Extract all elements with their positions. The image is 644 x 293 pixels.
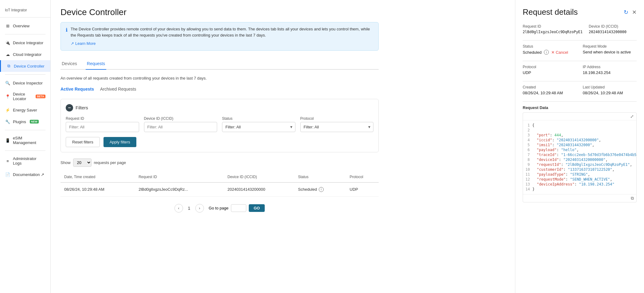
filter-protocol: Protocol Filter: All (300, 116, 374, 132)
prev-page-button[interactable]: ‹ (174, 204, 183, 213)
row-date: 08/26/24, 10:29:48 AM (60, 182, 135, 197)
sub-tab-active-requests[interactable]: Active Requests (60, 87, 94, 93)
apply-filters-button[interactable]: Apply filters (103, 137, 136, 147)
sidebar-item-device-integrator[interactable]: 🔌 Device Integrator (0, 37, 50, 49)
filters-toggle-btn[interactable]: − (66, 104, 73, 111)
sidebar-item-cloud-integrator[interactable]: ☁ Cloud Integrator (0, 49, 50, 60)
per-page-select[interactable]: 20 50 100 (73, 158, 92, 167)
refresh-button[interactable]: ↻ (624, 9, 628, 16)
request-id-label: Request ID (523, 24, 583, 29)
sidebar: IoT Integrator ⊞ Overview 🔌 Device Integ… (0, 0, 51, 293)
last-updated-label: Last Updated (583, 85, 637, 89)
right-panel: Request details ↻ ✕ Request ID 2lBd0glIx… (515, 0, 644, 293)
copy-icon[interactable]: ⧉ (631, 196, 634, 201)
ip-detail: IP Address 18.198.243.254 (583, 65, 637, 75)
sidebar-item-label: Plugins (13, 119, 26, 124)
filters-section: − Filters Request ID Device ID (ICCID) S… (60, 99, 379, 152)
sidebar-item-label: Documentation ↗ (13, 172, 44, 177)
goto-button[interactable]: GO (249, 204, 265, 212)
bolt-icon: ⚡ (5, 107, 10, 113)
filters-actions: Reset filters Apply filters (66, 137, 373, 147)
sidebar-item-device-inspector[interactable]: 🔍 Device Inspector (0, 77, 50, 89)
status-info-icon[interactable]: i (319, 187, 324, 192)
info-text: The Device Controller provides remote co… (71, 27, 370, 37)
grid-icon: ⊞ (5, 23, 10, 29)
sidebar-item-esim-management[interactable]: 📱 eSIM Management (0, 133, 50, 148)
close-button[interactable]: ✕ (632, 9, 637, 16)
col-device-id: Device ID (ICCID) (224, 172, 295, 182)
code-line: 13 "deviceIpAddress": "18.198.243.254" (523, 182, 636, 187)
sidebar-item-label: Device Locator (13, 92, 32, 101)
filter-protocol-select[interactable]: Filter: All (300, 122, 374, 132)
sidebar-item-device-locator[interactable]: 📍 Device Locator BETA (0, 89, 50, 104)
learn-more-label: Learn More (75, 41, 96, 47)
learn-more-link[interactable]: ↗ Learn More (71, 41, 373, 47)
status-label: Status (523, 44, 577, 49)
cloud-icon: ☁ (5, 52, 10, 57)
main-tabs: Devices Requests (60, 58, 379, 70)
code-footer: ⧉ (523, 194, 636, 202)
filters-title: Filters (76, 105, 88, 110)
row-device-id: 20240314143200000 (224, 182, 295, 197)
col-protocol: Protocol (346, 172, 379, 182)
code-line: 10 "customerId": "133716373107122520", (523, 167, 636, 172)
code-line: 2 (523, 128, 636, 133)
filter-status-select[interactable]: Filter: All (222, 122, 295, 132)
device-id-value: 20240314143200000 (589, 30, 637, 34)
code-line: 14} (523, 187, 636, 192)
sim-icon: 📱 (5, 138, 10, 143)
code-line: 7 "traceId": "1-66cc2eeb-5d70d3fb6b376e0… (523, 152, 636, 157)
code-line: 9 "requestId": "2lBd0glIxgzsJeoCc9DqRzoP… (523, 162, 636, 167)
sliders-icon: ⧉ (6, 63, 11, 69)
goto-input[interactable] (231, 204, 246, 212)
table-controls: Show 20 50 100 requests per page (60, 158, 379, 167)
sub-tabs: Active Requests Archived Requests (60, 87, 379, 93)
sidebar-item-device-controller[interactable]: ⧉ Device Controller (0, 60, 50, 72)
cancel-button[interactable]: ✕ Cancel (551, 50, 568, 55)
doc-icon: 📄 (5, 172, 10, 177)
tab-devices[interactable]: Devices (60, 58, 78, 70)
sidebar-item-label: Administrator Logs (13, 156, 45, 166)
code-line: 5 "imsi1": "20240314432000", (523, 143, 636, 147)
goto-label: Go to page (209, 206, 228, 210)
current-page: 1 (188, 206, 190, 211)
code-lines: 1{23 "port": 444,4 "iccid": "20240314143… (523, 120, 636, 194)
protocol-label: Protocol (523, 65, 577, 69)
sidebar-item-documentation[interactable]: 📄 Documentation ↗ (0, 169, 50, 180)
sidebar-item-energy-saver[interactable]: ⚡ Energy Saver (0, 104, 50, 116)
sub-tab-archived-requests[interactable]: Archived Requests (100, 87, 136, 93)
request-id-value: 2lBd0glIxgzsJeoCc9DqRzoPyE1 (523, 30, 583, 34)
request-id-detail: Request ID 2lBd0glIxgzsJeoCc9DqRzoPyE1 (523, 24, 583, 34)
status-info-icon-panel[interactable]: i (544, 50, 549, 55)
row-request-id: 2lBd0glIxgzsJeoCc9DqRz... (135, 182, 224, 197)
tab-requests[interactable]: Requests (86, 58, 106, 70)
next-page-button[interactable]: › (195, 204, 204, 213)
filter-device-id-input[interactable] (144, 122, 217, 132)
sidebar-item-plugins[interactable]: 🔧 Plugins NEW (0, 116, 50, 127)
status-row: Scheduled i ✕ Cancel (523, 50, 577, 55)
filter-request-id-input[interactable] (66, 122, 139, 132)
sidebar-item-administrator-logs[interactable]: ≡ Administrator Logs (0, 153, 50, 169)
pagination: ‹ 1 › Go to page GO (60, 204, 379, 213)
protocol-value: UDP (523, 70, 577, 75)
search-icon: 🔍 (5, 80, 10, 86)
request-mode-value: Send when device is active (583, 50, 637, 54)
filter-status-label: Status (222, 116, 295, 121)
code-line: 1{ (523, 123, 636, 128)
info-banner: ℹ The Device Controller provides remote … (60, 22, 379, 51)
filter-device-id: Device ID (ICCID) (144, 116, 217, 132)
cancel-label: Cancel (556, 50, 568, 55)
show-label: Show (60, 160, 71, 165)
code-line: 11 "payloadType": "STRING", (523, 172, 636, 177)
col-date: Date, Time created (60, 172, 135, 182)
sidebar-item-overview[interactable]: ⊞ Overview (0, 20, 50, 32)
sidebar-logo-text: IoT Integrator (5, 8, 27, 12)
table-row[interactable]: 08/26/24, 10:29:48 AM 2lBd0glIxgzsJeoCc9… (60, 182, 379, 197)
reset-filters-button[interactable]: Reset filters (66, 137, 100, 147)
code-line: 8 "deviceId": "20240314320000000", (523, 157, 636, 162)
code-line: 4 "iccid": "20240314143200000", (523, 138, 636, 143)
plug-icon: 🔌 (5, 40, 10, 45)
puzzle-icon: 🔧 (5, 119, 10, 124)
expand-icon[interactable]: ⤢ (630, 114, 634, 119)
panel-header: Request details ↻ ✕ (523, 7, 637, 17)
